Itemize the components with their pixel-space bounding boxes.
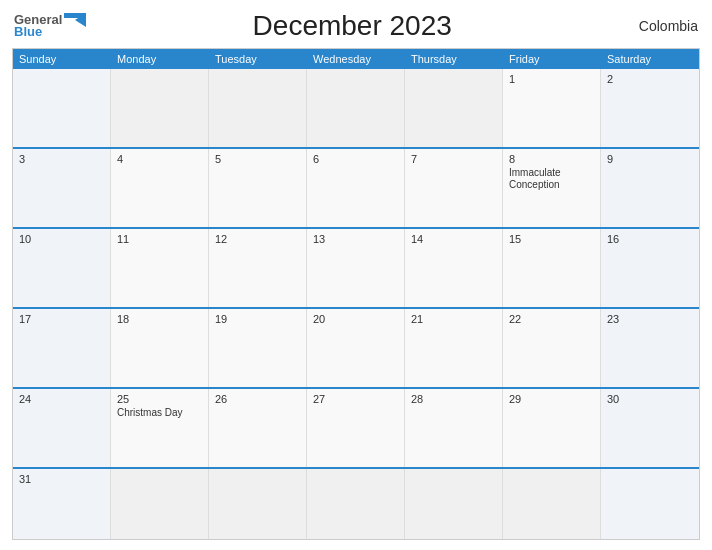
- day-header-sunday: Sunday: [13, 49, 111, 69]
- day-cell: 19: [209, 309, 307, 387]
- day-number: 31: [19, 473, 104, 485]
- country-label: Colombia: [618, 18, 698, 34]
- day-cell: 4: [111, 149, 209, 227]
- day-cell: [405, 69, 503, 147]
- day-cell: [111, 469, 209, 539]
- day-cell: 2: [601, 69, 699, 147]
- day-cell: 30: [601, 389, 699, 467]
- day-number: 6: [313, 153, 398, 165]
- day-number: 26: [215, 393, 300, 405]
- day-number: 28: [411, 393, 496, 405]
- day-number: 16: [607, 233, 693, 245]
- day-number: 18: [117, 313, 202, 325]
- day-cell: 31: [13, 469, 111, 539]
- day-cell: 17: [13, 309, 111, 387]
- calendar-weeks: 12345678Immaculate Conception91011121314…: [13, 69, 699, 539]
- day-cell: 25Christmas Day: [111, 389, 209, 467]
- day-number: 13: [313, 233, 398, 245]
- day-cell: 27: [307, 389, 405, 467]
- day-cell: [307, 69, 405, 147]
- logo-flag-icon: [64, 13, 86, 27]
- day-cell: 22: [503, 309, 601, 387]
- calendar-grid: SundayMondayTuesdayWednesdayThursdayFrid…: [12, 48, 700, 540]
- day-number: 17: [19, 313, 104, 325]
- day-number: 25: [117, 393, 202, 405]
- day-number: 24: [19, 393, 104, 405]
- day-number: 5: [215, 153, 300, 165]
- day-cell: 20: [307, 309, 405, 387]
- day-cell: [209, 69, 307, 147]
- day-cell: [405, 469, 503, 539]
- week-row-1: 345678Immaculate Conception9: [13, 147, 699, 227]
- day-cell: [209, 469, 307, 539]
- day-cell: [503, 469, 601, 539]
- calendar-page: General Blue December 2023 Colombia Sund…: [0, 0, 712, 550]
- day-number: 29: [509, 393, 594, 405]
- day-number: 9: [607, 153, 693, 165]
- day-cell: 21: [405, 309, 503, 387]
- day-header-tuesday: Tuesday: [209, 49, 307, 69]
- day-cell: 11: [111, 229, 209, 307]
- day-cell: 3: [13, 149, 111, 227]
- day-header-monday: Monday: [111, 49, 209, 69]
- holiday-name: Immaculate Conception: [509, 167, 594, 191]
- day-number: 14: [411, 233, 496, 245]
- week-row-2: 10111213141516: [13, 227, 699, 307]
- day-number: 22: [509, 313, 594, 325]
- day-number: 7: [411, 153, 496, 165]
- day-header-thursday: Thursday: [405, 49, 503, 69]
- day-header-friday: Friday: [503, 49, 601, 69]
- day-number: 2: [607, 73, 693, 85]
- day-cell: [307, 469, 405, 539]
- day-cell: 23: [601, 309, 699, 387]
- day-header-saturday: Saturday: [601, 49, 699, 69]
- day-number: 20: [313, 313, 398, 325]
- day-cell: 1: [503, 69, 601, 147]
- day-cell: [13, 69, 111, 147]
- day-number: 12: [215, 233, 300, 245]
- day-number: 3: [19, 153, 104, 165]
- day-number: 30: [607, 393, 693, 405]
- week-row-3: 17181920212223: [13, 307, 699, 387]
- logo: General Blue: [14, 13, 86, 40]
- day-cell: 13: [307, 229, 405, 307]
- day-number: 23: [607, 313, 693, 325]
- day-number: 15: [509, 233, 594, 245]
- day-number: 4: [117, 153, 202, 165]
- day-cell: 26: [209, 389, 307, 467]
- day-cell: 10: [13, 229, 111, 307]
- page-title: December 2023: [86, 10, 618, 42]
- page-header: General Blue December 2023 Colombia: [12, 10, 700, 42]
- logo-blue: Blue: [14, 25, 42, 39]
- day-cell: 8Immaculate Conception: [503, 149, 601, 227]
- day-number: 27: [313, 393, 398, 405]
- week-row-0: 12: [13, 69, 699, 147]
- day-headers-row: SundayMondayTuesdayWednesdayThursdayFrid…: [13, 49, 699, 69]
- day-cell: 7: [405, 149, 503, 227]
- week-row-4: 2425Christmas Day2627282930: [13, 387, 699, 467]
- day-cell: 29: [503, 389, 601, 467]
- day-header-wednesday: Wednesday: [307, 49, 405, 69]
- day-number: 10: [19, 233, 104, 245]
- day-cell: 12: [209, 229, 307, 307]
- day-number: 1: [509, 73, 594, 85]
- day-number: 8: [509, 153, 594, 165]
- day-cell: 14: [405, 229, 503, 307]
- day-number: 11: [117, 233, 202, 245]
- day-cell: [601, 469, 699, 539]
- day-cell: 28: [405, 389, 503, 467]
- day-number: 21: [411, 313, 496, 325]
- day-cell: 9: [601, 149, 699, 227]
- day-cell: 5: [209, 149, 307, 227]
- week-row-5: 31: [13, 467, 699, 539]
- day-cell: 15: [503, 229, 601, 307]
- day-cell: [111, 69, 209, 147]
- holiday-name: Christmas Day: [117, 407, 202, 419]
- day-cell: 24: [13, 389, 111, 467]
- day-number: 19: [215, 313, 300, 325]
- day-cell: 6: [307, 149, 405, 227]
- day-cell: 16: [601, 229, 699, 307]
- day-cell: 18: [111, 309, 209, 387]
